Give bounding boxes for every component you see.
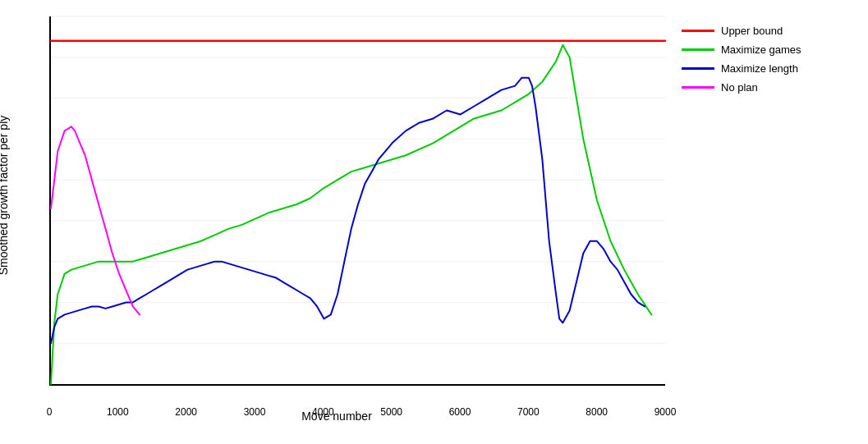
legend-label: Maximize length [721,62,798,75]
x-axis-label: Move number [301,410,372,423]
legend-line [682,30,714,32]
legend-label: Upper bound [721,25,783,37]
x-tick-label: 3000 [244,406,266,418]
legend-item: No plan [682,81,838,94]
x-tick-label: 8000 [586,406,608,418]
legend-item: Maximize games [682,43,838,56]
legend-item: Maximize length [682,62,838,75]
x-tick-label: 1000 [107,406,129,418]
x-tick-label: 5000 [380,406,402,418]
plot-area [49,16,665,386]
y-axis-label: Smoothed growth factor per ply [0,116,10,276]
legend-line [682,67,714,70]
legend-label: Maximize games [721,43,801,56]
x-tick-label: 7000 [517,406,540,418]
legend: Upper boundMaximize gamesMaximize length… [673,8,838,94]
chart-svg [51,16,665,384]
x-tick-label: 0 [47,406,53,418]
x-tick-label: 9000 [654,406,677,418]
x-tick-label: 2000 [175,406,197,418]
legend-label: No plan [721,81,758,94]
x-tick-label: 6000 [449,406,471,418]
chart-area: Smoothed growth factor per ply 010203040… [0,8,673,435]
legend-line [682,48,714,51]
legend-line [682,86,714,89]
chart-container: Smoothed growth factor per ply 010203040… [0,0,868,444]
legend-item: Upper bound [682,25,838,37]
